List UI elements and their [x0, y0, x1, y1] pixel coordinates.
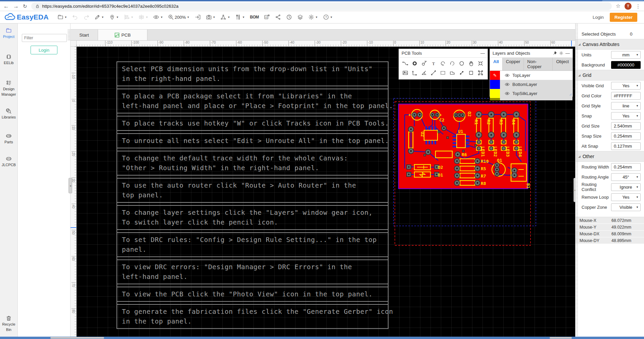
bom-button[interactable]: BOM	[248, 14, 260, 20]
forward-icon[interactable]: →	[13, 3, 19, 9]
image-tool-icon[interactable]	[401, 68, 409, 77]
help-icon[interactable]: ?▼	[322, 13, 334, 21]
pin-icon[interactable]	[553, 51, 557, 55]
grid-color-input[interactable]: #FFFFFF	[611, 92, 641, 100]
minimize-icon[interactable]: —	[480, 51, 485, 55]
browser-menu-icon[interactable]: ⋮	[636, 4, 641, 9]
routing-conflict-select[interactable]: Ignore▼	[611, 183, 641, 191]
generate-gerber-icon[interactable]: G	[263, 13, 271, 21]
layer-visibility-eye-icon[interactable]	[505, 74, 510, 77]
photo-view-icon[interactable]: ▼	[204, 13, 217, 21]
grid-size-input[interactable]: 2.540mm	[611, 122, 641, 130]
sidebar-item-parts[interactable]: LCSCParts	[0, 133, 17, 144]
background-color-swatch[interactable]: #000000	[611, 61, 641, 69]
share-icon[interactable]	[274, 13, 282, 21]
tab-pcb[interactable]: PCB	[98, 30, 147, 40]
browser-avatar[interactable]: T	[625, 3, 632, 10]
measure-tool-icon[interactable]	[429, 68, 438, 77]
layers-tab-non-copper[interactable]: Non-Copper	[524, 58, 553, 70]
copper-zone-select[interactable]: Visible▼	[611, 203, 641, 211]
layer-color-swatch[interactable]	[490, 89, 500, 98]
layer-settings-gear-icon[interactable]	[559, 51, 563, 55]
layer-row-toplayer[interactable]: ✎TopLayer	[490, 71, 572, 80]
sidebar-item-design-manager[interactable]: DesignManager	[0, 80, 17, 97]
easyeda-logo[interactable]: EasyEDA	[4, 13, 49, 21]
minimize-icon[interactable]: —	[565, 51, 570, 55]
flip-icon[interactable]: ▼	[137, 13, 149, 21]
via-tool-icon[interactable]	[420, 59, 428, 68]
layer-row-bottomlayer[interactable]: BottomLayer	[490, 80, 572, 89]
login-link[interactable]: Login	[593, 15, 604, 20]
layer-visibility-eye-icon[interactable]	[505, 83, 510, 86]
layer-color-swatch[interactable]: ✎	[490, 71, 500, 80]
routing-angle-select[interactable]: 45°▼	[611, 173, 641, 181]
bottom-scrollbar[interactable]	[0, 337, 644, 339]
layer-color-swatch[interactable]	[490, 80, 500, 89]
snap-size-input[interactable]: 0.254mm	[611, 132, 641, 140]
open-file-icon[interactable]: ▼	[56, 13, 68, 21]
redo-icon[interactable]	[82, 13, 91, 21]
panel-resize-handle[interactable]	[67, 29, 70, 41]
alt-snap-input[interactable]: 0.127mm	[611, 142, 641, 150]
track-tool-icon[interactable]	[401, 59, 409, 68]
sidebar-item-eelib[interactable]: EELib	[0, 54, 17, 65]
scrollbar-thumb[interactable]	[50, 337, 104, 339]
sidebar-item-libraries[interactable]: Libraries	[0, 108, 17, 119]
group-tool-icon[interactable]	[476, 68, 485, 77]
layers-tab-all[interactable]: All	[490, 58, 503, 70]
arc2-tool-icon[interactable]	[448, 59, 456, 68]
place-footprint-icon[interactable]: ▼	[108, 13, 120, 21]
layer-visibility-eye-icon[interactable]	[505, 92, 510, 95]
sidebar-item-project[interactable]: Project	[0, 28, 17, 39]
import-icon[interactable]	[193, 13, 202, 21]
address-bar[interactable]: https://easyeda.com/editor#id=65379c4ec9…	[31, 2, 612, 10]
layers-tab-copper[interactable]: Copper	[503, 58, 524, 70]
back-icon[interactable]: ←	[3, 3, 9, 9]
right-panel-resize-handle[interactable]	[576, 23, 578, 337]
align-icon[interactable]: ▼	[123, 13, 135, 21]
reload-icon[interactable]: ↻	[23, 4, 27, 9]
tab-start[interactable]: Start	[71, 30, 98, 40]
settings-gear-icon[interactable]: ▼	[307, 13, 319, 21]
netlist-icon[interactable]: ▼	[219, 13, 231, 21]
layers-icon[interactable]	[296, 13, 305, 21]
circle-tool-icon[interactable]	[457, 59, 466, 68]
hole-tool-icon[interactable]	[467, 68, 475, 77]
section-header-grid[interactable]: ◢Grid	[576, 70, 644, 81]
angle-tool-icon[interactable]	[420, 68, 428, 77]
origin-tool-icon[interactable]	[476, 59, 485, 68]
collapse-left-panel-handle[interactable]: ◂	[68, 178, 72, 193]
resize-handle-icon[interactable]	[569, 93, 572, 96]
visible-grid-select[interactable]: Yes▼	[611, 82, 641, 90]
zoom-icon[interactable]: 200%▼	[167, 13, 191, 21]
arrow2-tool-icon[interactable]	[457, 68, 466, 77]
remove-loop-select[interactable]: Yes▼	[611, 193, 641, 201]
layers-tab-object[interactable]: Object	[553, 58, 572, 70]
units-select[interactable]: mm▼	[611, 51, 641, 59]
edit-pencil-icon[interactable]: ▼	[93, 13, 105, 21]
view-eye-icon[interactable]: ▼	[152, 13, 164, 21]
grid-style-select[interactable]: line▼	[611, 102, 641, 110]
layer-row-topsilklayer[interactable]: TopSilkLayer	[490, 89, 572, 98]
undo-icon[interactable]	[71, 13, 80, 21]
arc-tool-icon[interactable]	[439, 59, 447, 68]
hand-tool-icon[interactable]	[467, 59, 475, 68]
pcb-canvas[interactable]: Select PCB dimension units from the drop…	[77, 47, 575, 337]
copper-tool-icon[interactable]	[448, 68, 456, 77]
routing-width-input[interactable]: 0.254mm	[611, 163, 641, 171]
scrollbar-thumb[interactable]	[550, 337, 572, 339]
section-header-canvas-attributes[interactable]: ◢Canvas Attributes	[576, 39, 644, 50]
pad-tool-icon[interactable]	[410, 59, 419, 68]
solid-tool-icon[interactable]	[439, 68, 447, 77]
section-header-other[interactable]: ◢Other	[576, 151, 644, 162]
project-login-button[interactable]: Login	[31, 46, 57, 54]
pcb-board[interactable]: C2Q2U2U1R1R2R3R4LED1LED2LED3LED4R6R10R5R…	[393, 97, 541, 248]
history-icon[interactable]	[285, 13, 293, 21]
register-button[interactable]: Register	[610, 13, 637, 22]
filter-input[interactable]	[22, 34, 67, 42]
tools-icon[interactable]: ▼	[234, 13, 246, 21]
snap-select[interactable]: Yes▼	[611, 112, 641, 120]
bookmark-star-icon[interactable]: ☆	[616, 3, 620, 9]
dimension-tool-icon[interactable]	[410, 68, 419, 77]
sidebar-item-recycle-bin[interactable]: RecycleBin	[0, 315, 17, 332]
